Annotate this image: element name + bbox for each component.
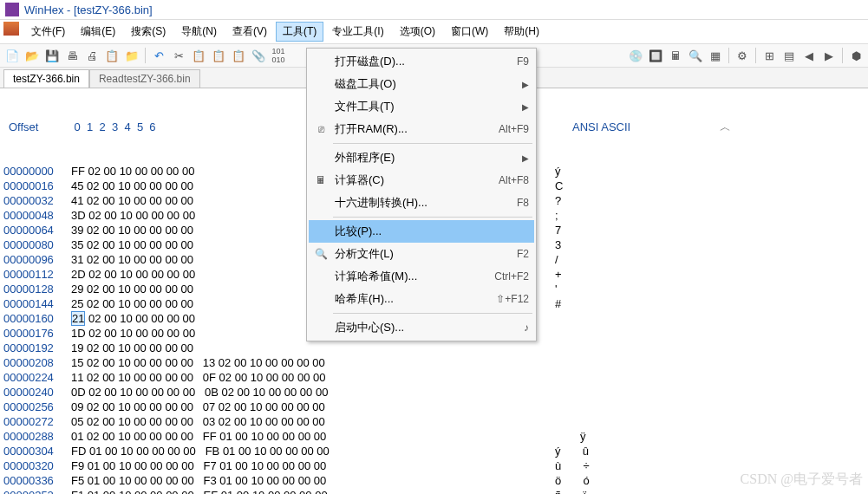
tool-search[interactable]: 🔍 [687,47,704,64]
menu-选项O[interactable]: 选项(O) [393,22,442,42]
menu-item-磁盘工具O[interactable]: 磁盘工具(O)▶ [309,73,534,95]
hex-row[interactable]: 00000304FD 01 00 10 00 00 00 00 FB 01 00… [3,444,868,458]
hex-bytes[interactable]: 2D 02 00 10 00 00 00 00 [71,267,195,282]
menu-item-文件工具T[interactable]: 文件工具(T)▶ [309,95,534,118]
tool-copy[interactable]: 📋 [190,47,207,64]
hex-bytes[interactable]: 41 02 00 10 00 00 00 00 [71,193,193,208]
menu-工具T[interactable]: 工具(T) [276,22,323,42]
hex-bytes[interactable]: 21 02 00 10 00 00 00 00 [71,311,195,326]
menu-accelerator: F9 [517,55,529,68]
tool-undo[interactable]: ↶ [150,47,167,64]
menu-item-哈希库H[interactable]: 哈希库(H)...⇧+F12 [309,288,534,310]
hex-bytes[interactable]: 35 02 00 10 00 00 00 00 [71,237,193,252]
menu-item-计算器C[interactable]: 🖩计算器(C)Alt+F8 [309,169,534,192]
offset: 00000080 [3,237,71,252]
hex-row[interactable]: 0000022411 02 00 10 00 00 00 00 0F 02 00… [3,370,868,385]
tool-save[interactable]: 💾 [43,47,61,64]
offset: 00000304 [3,444,71,458]
menu-accelerator: F2 [517,248,529,260]
tool-paste2[interactable]: 📋 [230,47,247,64]
tab-1[interactable]: ReadtestZY-366.bin [89,69,200,88]
ansi-text: ý û [555,444,589,458]
menu-导航N[interactable]: 导航(N) [174,22,224,42]
hex-bytes[interactable]: 39 02 00 10 00 00 00 00 [71,223,193,237]
offset: 00000016 [3,179,71,193]
hex-bytes[interactable]: 15 02 00 10 00 00 00 00 13 02 00 10 00 0… [71,355,325,370]
menu-item-十六进制转换H[interactable]: 十六进制转换(H)...F8 [309,192,534,214]
hex-row[interactable]: 00000336F5 01 00 10 00 00 00 00 F3 01 00… [3,473,868,488]
columns-header: 0 1 2 3 4 5 6 [71,120,162,134]
hex-row[interactable]: 000002400D 02 00 10 00 00 00 00 0B 02 00… [3,385,868,400]
hex-bytes[interactable]: 11 02 00 10 00 00 00 00 0F 02 00 10 00 0… [71,370,325,385]
tool-chip[interactable]: 🔲 [647,47,664,64]
menu-item-分析文件L[interactable]: 🔍分析文件(L)F2 [309,243,534,265]
menu-编辑E[interactable]: 编辑(E) [74,22,122,42]
tool-save2[interactable]: 🖶 [63,47,81,64]
menu-item-启动中心S[interactable]: 启动中心(S)...♪ [309,316,534,339]
tool-next[interactable]: ▶ [820,47,838,64]
offset: 00000048 [3,208,71,223]
tool-binary[interactable]: 101010 [270,47,287,64]
menu-搜索S[interactable]: 搜索(S) [124,22,173,42]
hex-bytes[interactable]: 3D 02 00 10 00 00 00 00 [71,208,195,223]
hex-bytes[interactable]: 31 02 00 10 00 00 00 00 [71,252,193,267]
tool-print[interactable]: 🖨 [83,47,101,64]
hex-bytes[interactable]: 09 02 00 10 00 00 00 00 07 02 00 10 00 0… [71,400,325,414]
hex-row[interactable]: 00000352F1 01 00 10 00 00 00 00 EF 01 00… [3,488,868,494]
tool-clip[interactable]: 📎 [250,47,267,64]
hex-bytes[interactable]: F9 01 00 10 00 00 00 00 F7 01 00 10 00 0… [71,458,326,473]
tool-grid[interactable]: ⊞ [760,47,778,64]
hex-bytes[interactable]: 45 02 00 10 00 00 00 00 [71,179,193,193]
tool-open[interactable]: 📂 [23,47,41,64]
hex-bytes[interactable]: F5 01 00 10 00 00 00 00 F3 01 00 10 00 0… [71,473,326,488]
menu-item-外部程序E[interactable]: 外部程序(E)▶ [309,146,534,169]
tool-disk[interactable]: 💿 [627,47,644,64]
hex-bytes[interactable]: FD 01 00 10 00 00 00 00 FB 01 00 10 00 0… [71,444,330,458]
offset: 00000320 [3,458,71,473]
tool-paste[interactable]: 📋 [210,47,227,64]
tool-block[interactable]: ▦ [707,47,724,64]
offset-header: Offset [3,120,71,134]
hex-row[interactable]: 0000020815 02 00 10 00 00 00 00 13 02 00… [3,355,868,370]
hex-row[interactable]: 0000028801 02 00 10 00 00 00 00 FF 01 00… [3,429,868,444]
tool-calc[interactable]: 🖩 [667,47,684,64]
hex-bytes[interactable]: 05 02 00 10 00 00 00 00 03 02 00 10 00 0… [71,414,325,429]
tool-new[interactable]: 📄 [3,47,21,64]
hex-bytes[interactable]: FF 02 00 10 00 00 00 00 [71,164,194,179]
tab-0[interactable]: testZY-366.bin [3,69,89,88]
menu-文件F[interactable]: 文件(F) [24,22,72,42]
tool-folder[interactable]: 📁 [123,47,140,64]
hex-bytes[interactable]: 0D 02 00 10 00 00 00 00 0B 02 00 10 00 0… [71,385,328,400]
hex-row[interactable]: 0000027205 02 00 10 00 00 00 00 03 02 00… [3,414,868,429]
tool-cut[interactable]: ✂ [170,47,187,64]
menu-label: 哈希库(H)... [335,291,496,307]
hex-row[interactable]: 0000019219 02 00 10 00 00 00 00 [3,341,868,355]
hex-bytes[interactable]: 01 02 00 10 00 00 00 00 FF 01 00 10 00 0… [71,429,326,444]
menu-item-计算哈希值M[interactable]: 计算哈希值(M)...Ctrl+F2 [309,265,534,288]
tool-prop[interactable]: 📋 [103,47,121,64]
menu-item-打开磁盘D[interactable]: 打开磁盘(D)...F9 [309,50,534,73]
tool-options[interactable]: ⬢ [847,47,865,64]
window-title: WinHex - [testZY-366.bin] [24,3,153,16]
menu-专业工具I[interactable]: 专业工具(I) [325,22,390,42]
scroll-up-icon[interactable]: ︿ [720,120,731,134]
tool-prev[interactable]: ◀ [800,47,818,64]
hex-bytes[interactable]: 25 02 00 10 00 00 00 00 [71,296,193,311]
hex-bytes[interactable]: 19 02 00 10 00 00 00 00 [71,341,193,355]
offset: 00000176 [3,326,71,341]
hex-icon [3,22,19,36]
hex-row[interactable]: 00000320F9 01 00 10 00 00 00 00 F7 01 00… [3,458,868,473]
menu-帮助H[interactable]: 帮助(H) [497,22,546,42]
hex-bytes[interactable]: 29 02 00 10 00 00 00 00 [71,282,193,296]
menu-accelerator: Alt+F9 [499,123,529,135]
hex-bytes[interactable]: F1 01 00 10 00 00 00 00 EF 01 00 10 00 0… [71,488,328,494]
tool-gear[interactable]: ⚙ [734,47,751,64]
tool-layers[interactable]: ▤ [780,47,798,64]
hex-row[interactable]: 0000025609 02 00 10 00 00 00 00 07 02 00… [3,400,868,414]
menu-item-打开RAMR[interactable]: ⎚打开RAM(R)...Alt+F9 [309,118,534,140]
offset: 00000064 [3,223,71,237]
menu-查看V[interactable]: 查看(V) [225,22,274,42]
hex-bytes[interactable]: 1D 02 00 10 00 00 00 00 [71,326,195,341]
menu-窗口W[interactable]: 窗口(W) [444,22,495,42]
menu-item-比较P[interactable]: 比较(P)... [309,220,534,243]
